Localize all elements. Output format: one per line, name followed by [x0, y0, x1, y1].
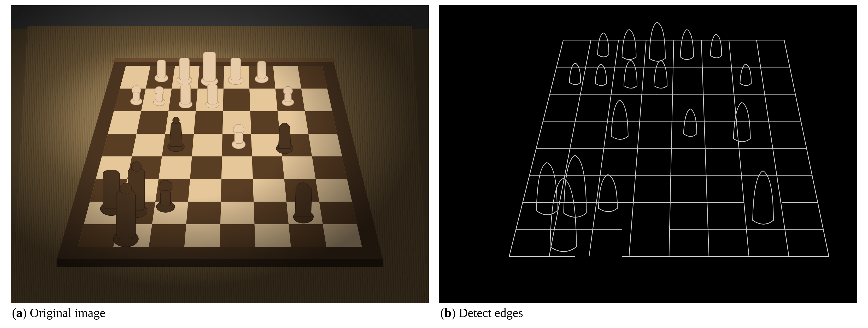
svg-marker-16 — [223, 89, 250, 111]
svg-marker-56 — [220, 202, 255, 224]
caption-label: a — [16, 306, 23, 320]
caption-suffix: ) — [452, 306, 459, 320]
svg-marker-40 — [221, 156, 253, 179]
caption-suffix: ) — [23, 306, 30, 320]
svg-marker-47 — [188, 179, 221, 202]
svg-marker-39 — [190, 156, 222, 179]
caption-text: Detect edges — [459, 306, 523, 320]
svg-marker-23 — [194, 111, 223, 134]
caption-text: Original image — [30, 306, 105, 320]
caption-prefix: ( — [440, 306, 444, 320]
svg-marker-11 — [298, 66, 327, 89]
svg-marker-29 — [132, 134, 165, 156]
svg-marker-66 — [288, 224, 327, 247]
caption-prefix: ( — [12, 306, 16, 320]
svg-marker-35 — [308, 134, 342, 156]
svg-point-101 — [131, 162, 141, 171]
svg-rect-93 — [235, 132, 243, 144]
svg-marker-28 — [102, 134, 136, 156]
chessboard-svg — [53, 50, 387, 279]
original-image — [11, 5, 429, 303]
svg-marker-2 — [57, 259, 383, 267]
svg-marker-27 — [305, 111, 337, 134]
svg-marker-19 — [301, 89, 332, 111]
svg-marker-38 — [158, 156, 192, 179]
svg-marker-51 — [316, 179, 352, 202]
svg-marker-60 — [78, 224, 118, 247]
svg-marker-49 — [253, 179, 286, 202]
svg-marker-65 — [255, 224, 291, 247]
svg-rect-83 — [156, 93, 163, 102]
svg-marker-10 — [273, 66, 301, 89]
svg-marker-63 — [184, 224, 220, 247]
svg-marker-43 — [312, 156, 347, 179]
caption-label: b — [444, 306, 452, 320]
svg-point-95 — [173, 117, 179, 123]
svg-rect-85 — [181, 84, 191, 104]
svg-marker-64 — [220, 224, 255, 247]
svg-marker-62 — [149, 224, 186, 247]
svg-rect-80 — [133, 92, 140, 101]
chessboard — [53, 50, 387, 279]
svg-rect-90 — [285, 93, 291, 102]
svg-marker-1 — [111, 58, 337, 62]
svg-marker-33 — [251, 134, 282, 156]
svg-marker-42 — [282, 156, 316, 179]
edge-svg — [439, 5, 857, 303]
svg-marker-17 — [249, 89, 278, 111]
svg-rect-69 — [157, 60, 165, 78]
svg-rect-104 — [161, 191, 170, 206]
svg-marker-25 — [250, 111, 280, 134]
svg-marker-21 — [136, 111, 168, 134]
figure-container: (a) Original image — [5, 5, 863, 320]
panel-original: (a) Original image — [11, 5, 429, 320]
svg-rect-71 — [179, 58, 189, 80]
svg-marker-67 — [323, 224, 362, 247]
svg-rect-75 — [231, 58, 241, 80]
svg-marker-59 — [319, 202, 357, 224]
svg-point-108 — [120, 183, 132, 194]
svg-rect-87 — [207, 84, 217, 104]
panel-edges: (b) Detect edges — [439, 5, 857, 320]
svg-rect-77 — [257, 61, 266, 79]
svg-rect-107 — [116, 191, 135, 239]
svg-marker-55 — [186, 202, 221, 224]
svg-marker-31 — [192, 134, 222, 156]
back-wall — [11, 5, 429, 29]
caption-b: (b) Detect edges — [439, 305, 857, 320]
svg-rect-73 — [203, 52, 216, 81]
edge-image — [439, 5, 857, 303]
svg-marker-41 — [252, 156, 284, 179]
svg-marker-57 — [253, 202, 288, 224]
svg-marker-48 — [221, 179, 253, 202]
caption-a: (a) Original image — [11, 305, 429, 320]
